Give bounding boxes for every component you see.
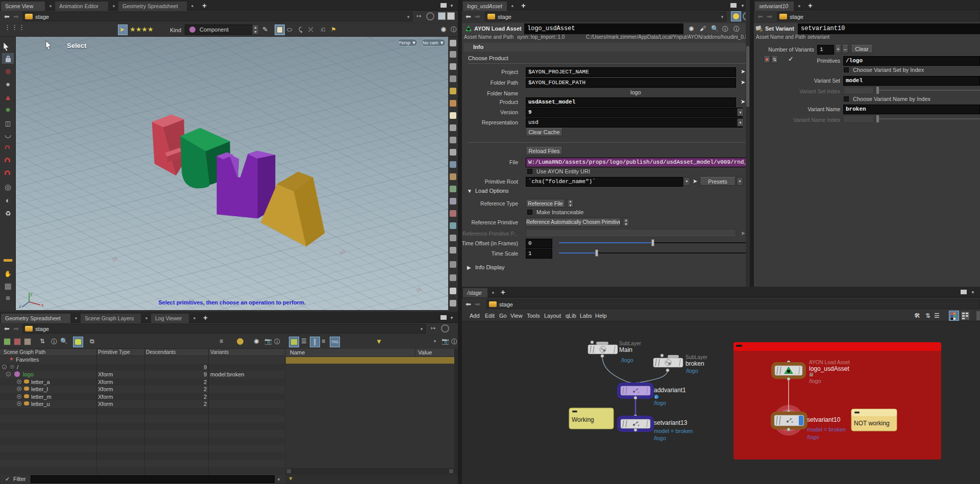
svg-text:model = broken: model = broken	[807, 426, 846, 432]
svg-text:setvariant10: setvariant10	[807, 416, 841, 423]
svg-text:SubLayer: SubLayer	[685, 354, 707, 360]
svg-text:broken: broken	[685, 360, 704, 367]
svg-text:logo_usdAsset: logo_usdAsset	[809, 365, 849, 372]
svg-text:model = broken: model = broken	[654, 428, 693, 434]
svg-text:/logo: /logo	[621, 357, 633, 363]
svg-text:addvariant1: addvariant1	[654, 387, 686, 394]
svg-text:/logo: /logo	[809, 378, 821, 384]
svg-text:/logo: /logo	[686, 368, 698, 374]
svg-text:x: x	[41, 302, 44, 308]
svg-text:z: z	[19, 304, 21, 309]
svg-text:i: i	[655, 396, 656, 399]
svg-text:Working: Working	[572, 416, 594, 423]
svg-text:NOT working: NOT working	[854, 420, 890, 427]
svg-text:Main: Main	[619, 346, 632, 353]
svg-text:SubLayer: SubLayer	[619, 341, 641, 346]
svg-text:setvariant13: setvariant13	[654, 419, 688, 426]
svg-text:/logo: /logo	[654, 435, 666, 441]
svg-text:/logo: /logo	[807, 434, 819, 440]
svg-text:AYON Load Asset: AYON Load Asset	[809, 360, 850, 365]
svg-text:y: y	[30, 291, 33, 296]
svg-text:/logo: /logo	[654, 400, 666, 406]
